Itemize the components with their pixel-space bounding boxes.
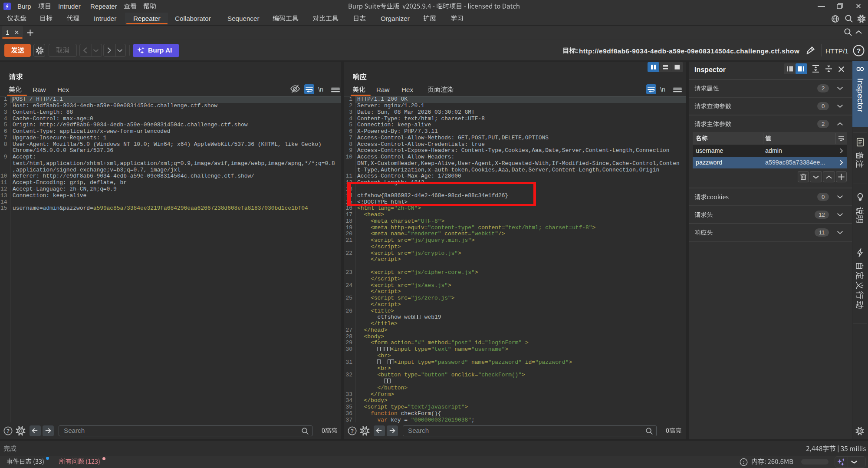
svg-text:?: ? <box>7 428 10 434</box>
svg-text:?: ? <box>351 428 354 434</box>
svg-text:?: ? <box>857 47 861 54</box>
